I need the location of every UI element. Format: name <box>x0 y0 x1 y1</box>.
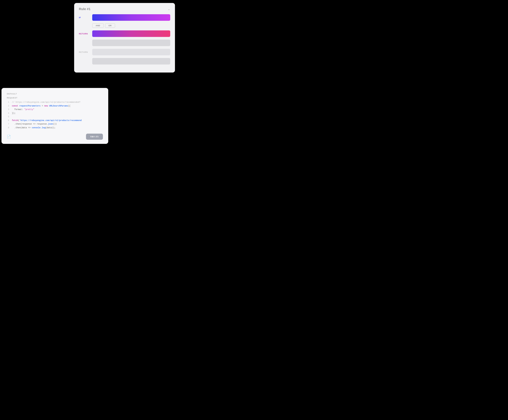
document-icon: 📄 <box>7 135 11 139</box>
return-value-bar-2[interactable] <box>92 49 170 55</box>
code-line-8: 8 .then(data => console.log(data)); <box>7 126 103 130</box>
line-6-content: fetch('https://rebuyengine.com/api/v1/pr… <box>12 119 82 122</box>
return-row-1: RETURN <box>79 30 170 37</box>
code-line-5: 5 <box>7 115 103 119</box>
gray-row-1 <box>79 40 170 46</box>
code-line-1: 1 // https://rebuyengine.com/api/v1/prod… <box>7 100 103 104</box>
gray-row-2 <box>79 58 170 65</box>
line-2-content: const requestParameters = new URLSearchP… <box>12 104 70 108</box>
gray-bar-1 <box>92 40 170 46</box>
line-num-4: 4 <box>7 111 9 115</box>
line-1-content: // https://rebuyengine.com/api/v1/produc… <box>12 100 80 104</box>
line-3-content: format: "pretty" <box>12 108 34 111</box>
line-num-1: 1 <box>7 100 9 104</box>
code-line-6: 6 fetch('https://rebuyengine.com/api/v1/… <box>7 119 103 122</box>
rule-card-header: Rule #1 ⌄ <box>79 7 170 11</box>
gray-bar-2 <box>92 58 170 65</box>
code-card: DEFAULT REQUEST 1 // https://rebuyengine… <box>1 88 108 144</box>
line-num-5: 5 <box>7 115 9 119</box>
default-label: DEFAULT <box>7 93 103 95</box>
rule-card: Rule #1 ⌄ IF AND OR RETURN RETURN <box>74 3 175 73</box>
code-line-4: 4 }); <box>7 111 103 115</box>
code-block: 1 // https://rebuyengine.com/api/v1/prod… <box>7 100 103 129</box>
return-label-2: RETURN <box>79 51 90 53</box>
line-num-2: 2 <box>7 104 9 108</box>
if-row: IF <box>79 14 170 21</box>
and-or-row: AND OR <box>92 23 170 28</box>
line-num-8: 8 <box>7 126 9 130</box>
return-label-1: RETURN <box>79 33 90 35</box>
and-button[interactable]: AND <box>92 23 104 28</box>
try-it-button[interactable]: TRY IT! <box>86 134 103 140</box>
code-card-footer: 📄 TRY IT! <box>7 134 103 140</box>
if-condition-bar[interactable] <box>92 14 170 21</box>
if-label: IF <box>79 16 90 19</box>
chevron-down-icon: ⌄ <box>168 7 170 11</box>
line-num-7: 7 <box>7 122 9 126</box>
code-line-3: 3 format: "pretty" <box>7 108 103 111</box>
request-label: REQUEST <box>7 97 103 99</box>
line-4-content: }); <box>12 111 15 115</box>
line-num-6: 6 <box>7 119 9 122</box>
line-num-3: 3 <box>7 108 9 111</box>
return-value-bar-1[interactable] <box>92 30 170 37</box>
code-line-7: 7 .then(response => response.json()) <box>7 122 103 126</box>
return-row-2: RETURN <box>79 49 170 55</box>
line-8-content: .then(data => console.log(data)); <box>12 126 55 130</box>
rule-title: Rule #1 <box>79 7 90 11</box>
line-5-content <box>12 115 13 119</box>
or-button[interactable]: OR <box>105 23 115 28</box>
line-7-content: .then(response => response.json()) <box>12 122 57 126</box>
code-line-2: 2 const requestParameters = new URLSearc… <box>7 104 103 108</box>
